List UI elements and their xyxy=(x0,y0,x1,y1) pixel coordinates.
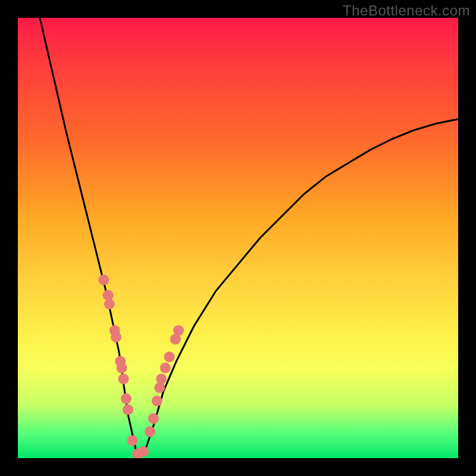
sample-dot xyxy=(123,405,133,415)
sample-dot xyxy=(152,396,162,406)
sample-dot xyxy=(118,374,129,384)
chart-svg xyxy=(18,18,458,458)
sample-dot xyxy=(173,325,184,336)
sample-dot xyxy=(117,362,127,373)
sample-dot xyxy=(121,393,131,404)
sample-dot xyxy=(127,435,137,446)
sample-dot xyxy=(104,299,115,309)
sample-dots-group xyxy=(98,274,184,458)
sample-dot xyxy=(156,374,167,384)
chart-frame: TheBottleneck.com xyxy=(0,0,476,476)
sample-dot xyxy=(148,413,159,424)
sample-dot xyxy=(145,427,155,437)
bottleneck-curve xyxy=(40,18,458,454)
sample-dot xyxy=(111,332,121,343)
sample-dot xyxy=(98,274,109,285)
plot-area xyxy=(18,18,458,458)
sample-dot xyxy=(160,362,171,373)
watermark-text: TheBottleneck.com xyxy=(343,2,470,19)
sample-dot xyxy=(138,446,149,457)
sample-dot xyxy=(164,352,175,362)
